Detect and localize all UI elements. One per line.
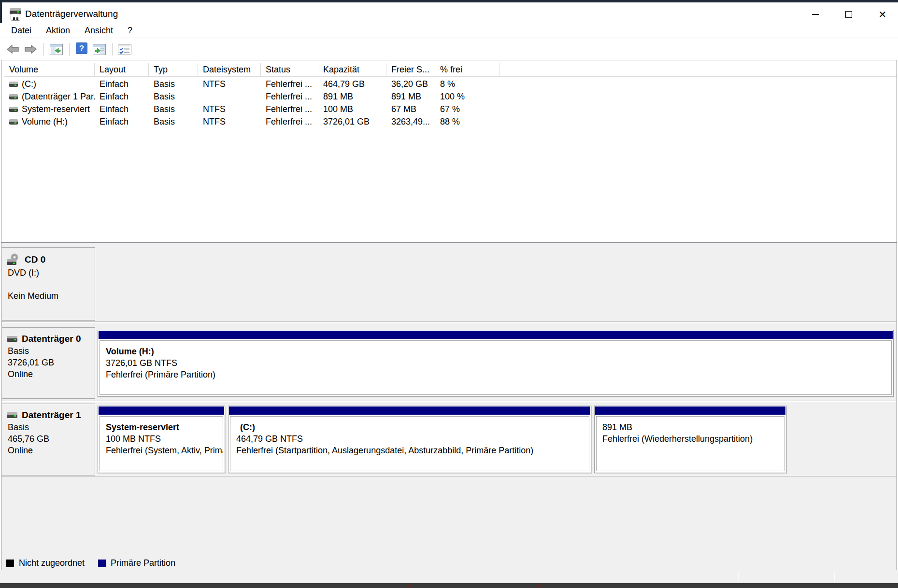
disk0-name: Datenträger 0: [22, 334, 81, 344]
partition-label: System-reserviert: [106, 421, 217, 433]
status-bar: [0, 570, 898, 583]
disk0-capacity: 3726,01 GB: [8, 357, 95, 368]
maximize-button[interactable]: [838, 7, 860, 22]
menu-datei[interactable]: Datei: [4, 23, 39, 38]
cd-drive-icon: [7, 253, 20, 266]
show-action-pane-icon: [93, 44, 106, 55]
partition-health: Fehlerfrei (Primäre Partition): [106, 369, 885, 380]
menu-aktion[interactable]: Aktion: [39, 23, 77, 38]
cell-layout: Einfach: [95, 92, 149, 102]
table-row[interactable]: System-reserviert Einfach Basis NTFS Feh…: [4, 103, 897, 115]
column-header-volume[interactable]: Volume: [4, 63, 95, 77]
legend-label-unallocated: Nicht zugeordnet: [19, 558, 85, 568]
forward-button[interactable]: [22, 42, 39, 57]
cd-media-status: Kein Medium: [8, 290, 95, 302]
cell-status: Fehlerfrei ...: [261, 117, 318, 127]
taskbar-edge: [0, 583, 898, 588]
partition-recovery[interactable]: 891 MB Fehlerfrei (Wiederherstellungspar…: [594, 406, 786, 473]
cell-freier-speicher: 36,20 GB: [386, 79, 435, 89]
column-header-dateisystem[interactable]: Dateisystem: [198, 63, 261, 77]
cell-freier-speicher: 3263,49...: [386, 117, 435, 127]
volume-list-pane: Volume Layout Typ Dateisystem Status Kap…: [1, 60, 897, 243]
cell-prozent-frei: 8 %: [435, 79, 499, 89]
menu-hilfe[interactable]: ?: [120, 23, 140, 38]
close-button[interactable]: ✕: [871, 7, 894, 22]
back-button[interactable]: [5, 42, 21, 57]
column-header-layout[interactable]: Layout: [95, 63, 149, 77]
cd-drive-panel[interactable]: CD 0 DVD (I:) Kein Medium: [2, 247, 95, 321]
svg-text:?: ?: [79, 44, 84, 53]
help-button[interactable]: ?: [73, 42, 90, 57]
cell-volume: (C:): [22, 79, 36, 89]
table-row[interactable]: (C:) Einfach Basis NTFS Fehlerfrei ... 4…: [4, 78, 897, 90]
cell-dateisystem: NTFS: [198, 79, 261, 89]
partition-size: 100 MB NTFS: [106, 433, 217, 445]
minimize-button[interactable]: [804, 7, 827, 22]
primary-partition-bar: [99, 331, 893, 339]
window-title: Datenträgerverwaltung: [25, 9, 118, 19]
close-icon: ✕: [879, 10, 887, 19]
properties-button[interactable]: [116, 42, 133, 57]
table-row[interactable]: Volume (H:) Einfach Basis NTFS Fehlerfre…: [4, 115, 897, 128]
partition-volume-h[interactable]: Volume (H:) 3726,01 GB NTFS Fehlerfrei (…: [98, 330, 894, 397]
minimize-icon: [812, 14, 819, 15]
partition-system-reserved[interactable]: System-reserviert 100 MB NTFS Fehlerfrei…: [98, 406, 225, 473]
console-tree-icon: [50, 44, 63, 55]
cell-status: Fehlerfrei ...: [261, 104, 318, 114]
disk0-panel[interactable]: Datenträger 0 Basis 3726,01 GB Online: [2, 327, 95, 399]
disk1-type: Basis: [8, 421, 95, 433]
cell-prozent-frei: 88 %: [435, 117, 499, 127]
console-tree-button[interactable]: [48, 42, 64, 57]
volume-drive-icon: [9, 82, 18, 87]
disk-icon: [7, 336, 17, 342]
cell-layout: Einfach: [95, 104, 149, 114]
titlebar[interactable]: Datenträgerverwaltung ✕: [2, 2, 898, 23]
cell-prozent-frei: 100 %: [435, 92, 499, 102]
cell-kapazitaet: 891 MB: [318, 92, 386, 102]
table-row[interactable]: (Datenträger 1 Par... Einfach Basis Fehl…: [4, 90, 897, 103]
disk1-panel[interactable]: Datenträger 1 Basis 465,76 GB Online: [2, 404, 95, 476]
status-separator: [738, 572, 739, 582]
partition-health: Fehlerfrei (System, Aktiv, Primä: [106, 445, 217, 456]
column-header-prozent-frei[interactable]: % frei: [435, 63, 499, 77]
disk1-status: Online: [8, 445, 95, 456]
volume-drive-icon: [9, 94, 18, 99]
partition-health: Fehlerfrei (Wiederherstellungspartition): [602, 433, 778, 445]
taskbar-pixel: [538, 585, 542, 587]
cell-typ: Basis: [149, 79, 198, 89]
cell-volume: System-reserviert: [22, 104, 90, 114]
cell-status: Fehlerfrei ...: [261, 92, 318, 102]
app-icon: [9, 8, 22, 21]
row-separator-highlight: [1, 476, 897, 477]
cell-kapazitaet: 3726,01 GB: [318, 117, 386, 127]
column-header-status[interactable]: Status: [261, 63, 318, 77]
partition-c[interactable]: (C:) 464,79 GB NTFS Fehlerfrei (Startpar…: [228, 406, 591, 473]
partition-size: 891 MB: [602, 421, 778, 433]
titlebar-divider: [544, 22, 898, 22]
primary-partition-bar: [595, 406, 785, 415]
menu-ansicht[interactable]: Ansicht: [77, 23, 120, 38]
toolbar-separator: [69, 43, 70, 56]
legend-label-primary: Primäre Partition: [111, 558, 175, 568]
volume-list-header: Volume Layout Typ Dateisystem Status Kap…: [4, 63, 897, 77]
action-pane-button[interactable]: [91, 42, 107, 57]
cell-layout: Einfach: [95, 79, 149, 89]
partition-size: 464,79 GB NTFS: [236, 433, 583, 445]
forward-icon: [24, 44, 37, 54]
disk0-type: Basis: [8, 345, 95, 357]
cell-volume: (Datenträger 1 Par...: [22, 92, 95, 102]
cd-drive-name: CD 0: [25, 254, 45, 265]
disk1-capacity: 465,76 GB: [8, 433, 95, 445]
cell-freier-speicher: 891 MB: [386, 92, 435, 102]
cell-dateisystem: NTFS: [198, 104, 261, 114]
toolbar-separator: [43, 43, 44, 56]
column-header-kapazitaet[interactable]: Kapazität: [318, 63, 386, 77]
column-header-freier-speicher[interactable]: Freier S...: [386, 63, 435, 77]
cell-freier-speicher: 67 MB: [386, 104, 435, 114]
row-separator-highlight: [1, 322, 897, 322]
toolbar: ?: [2, 39, 898, 60]
graphical-view-pane: CD 0 DVD (I:) Kein Medium Datenträger 0 …: [1, 243, 897, 570]
cell-typ: Basis: [149, 92, 198, 102]
column-header-typ[interactable]: Typ: [149, 63, 198, 77]
unallocated-swatch: [6, 560, 14, 567]
